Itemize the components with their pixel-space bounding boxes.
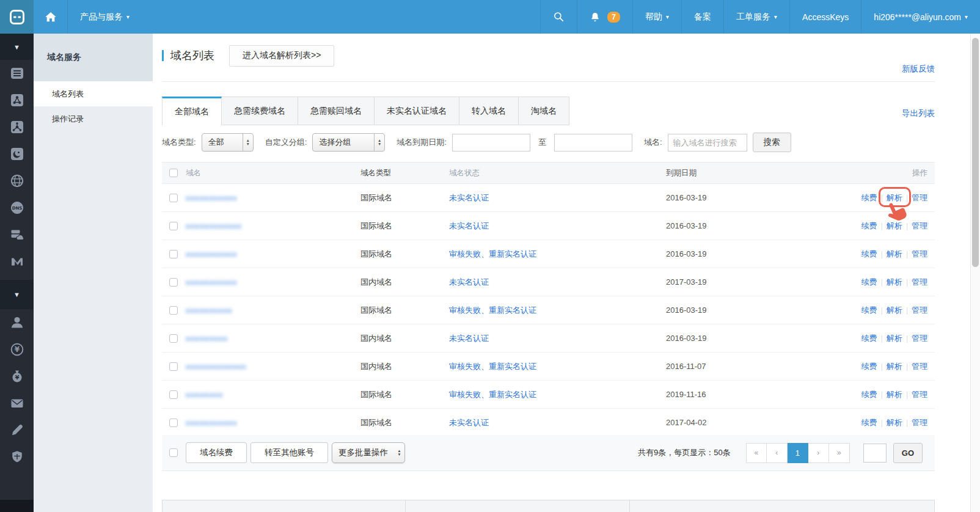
action-renew-link[interactable]: 续费 <box>861 390 877 399</box>
sidebar-item-dns[interactable]: DNS <box>0 194 34 221</box>
status-link[interactable]: 未实名认证 <box>449 221 489 230</box>
scrollbar-thumb[interactable] <box>972 38 979 267</box>
account-menu[interactable]: hi206*****@aliyun.com ▾ <box>861 0 980 34</box>
pagination-page-1[interactable]: 1 <box>788 443 808 463</box>
row-checkbox[interactable] <box>169 250 178 258</box>
sidebar-item-billing[interactable]: ¥ <box>0 336 34 363</box>
action-resolve-link[interactable]: 解析 <box>887 390 902 399</box>
action-renew-link[interactable]: 续费 <box>861 221 877 230</box>
pagination-next[interactable]: › <box>808 443 829 463</box>
aliyun-logo[interactable] <box>0 0 34 34</box>
action-renew-link[interactable]: 续费 <box>861 418 877 427</box>
row-checkbox[interactable] <box>169 278 178 287</box>
sidebar-item-share-nodes[interactable] <box>0 114 34 141</box>
sidebar-item-domain-list[interactable]: 域名列表 <box>34 81 153 106</box>
action-manage-link[interactable]: 管理 <box>912 221 927 230</box>
pagination-prev[interactable]: ‹ <box>767 443 788 463</box>
domain-link-redacted[interactable]: ●●●●●●●●●●● <box>186 251 237 258</box>
tab-renew-urgent[interactable]: 急需续费域名 <box>222 97 298 125</box>
go-button[interactable]: GO <box>893 443 923 463</box>
tab-tao-domains[interactable]: 淘域名 <box>519 97 569 125</box>
action-manage-link[interactable]: 管理 <box>912 193 927 202</box>
action-renew-link[interactable]: 续费 <box>861 334 877 343</box>
action-renew-link[interactable]: 续费 <box>861 193 877 202</box>
status-link[interactable]: 未实名认证 <box>449 334 489 343</box>
action-resolve-link[interactable]: 解析 <box>887 193 902 202</box>
tab-all-domains[interactable]: 全部域名 <box>162 97 222 125</box>
sidebar-group-collapse-toggle[interactable]: ▼ <box>0 34 34 60</box>
row-checkbox[interactable] <box>169 222 178 230</box>
sidebar-item-cdn[interactable] <box>0 167 34 194</box>
help-menu[interactable]: 帮助 ▾ <box>633 0 681 34</box>
row-checkbox[interactable] <box>169 362 178 371</box>
batch-transfer-button[interactable]: 转至其他账号 <box>250 442 328 463</box>
row-checkbox[interactable] <box>169 306 178 315</box>
sidebar-item-disk[interactable] <box>0 141 34 167</box>
domain-link-redacted[interactable]: ●●●●●●●●●●● <box>186 194 237 202</box>
export-list-link[interactable]: 导出列表 <box>902 108 935 119</box>
action-manage-link[interactable]: 管理 <box>912 305 927 315</box>
domain-link-redacted[interactable]: ●●●●●●●●● <box>186 335 228 342</box>
sidebar-item-server[interactable] <box>0 60 34 87</box>
action-resolve-link[interactable]: 解析 <box>887 418 902 427</box>
tab-not-verified[interactable]: 未实名认证域名 <box>375 97 459 125</box>
tab-transfer-in[interactable]: 转入域名 <box>459 97 519 125</box>
notifications-button[interactable]: 7 <box>577 0 632 34</box>
action-resolve-link[interactable]: 解析 <box>887 305 902 315</box>
action-manage-link[interactable]: 管理 <box>912 249 927 258</box>
status-link[interactable]: 审核失败、重新实名认证 <box>449 249 536 258</box>
row-checkbox[interactable] <box>169 334 178 343</box>
status-link[interactable]: 审核失败、重新实名认证 <box>449 305 536 315</box>
action-resolve-link[interactable]: 解析 <box>887 221 902 230</box>
action-manage-link[interactable]: 管理 <box>912 362 927 371</box>
action-resolve-link[interactable]: 解析 <box>887 249 902 258</box>
status-link[interactable]: 未实名认证 <box>449 193 489 202</box>
select-all-checkbox[interactable] <box>169 169 178 177</box>
pagination-first[interactable]: « <box>746 443 767 463</box>
expiry-date-from-input[interactable] <box>452 134 530 152</box>
new-version-feedback-link[interactable]: 新版反馈 <box>902 64 935 75</box>
row-checkbox[interactable] <box>169 390 178 399</box>
sidebar-item-messages[interactable] <box>0 390 34 417</box>
action-manage-link[interactable]: 管理 <box>912 390 927 399</box>
tab-redeem-urgent[interactable]: 急需赎回域名 <box>298 97 375 125</box>
ticket-service-menu[interactable]: 工单服务 ▾ <box>724 0 789 34</box>
sidebar-item-account[interactable] <box>0 309 34 336</box>
domain-link-redacted[interactable]: ●●●●●●●●●●● <box>186 419 237 426</box>
row-checkbox[interactable] <box>169 194 178 202</box>
pagination-last[interactable]: » <box>829 443 850 463</box>
batch-select-checkbox[interactable] <box>169 448 178 457</box>
sidebar-item-storage-cloud[interactable] <box>0 221 34 248</box>
sidebar-item-slb[interactable] <box>0 87 34 114</box>
domain-search-input[interactable] <box>668 134 747 152</box>
custom-group-select[interactable]: 选择分组 ▲▼ <box>312 133 385 152</box>
search-button[interactable]: 搜索 <box>753 133 791 152</box>
action-resolve-link[interactable]: 解析 <box>887 334 902 343</box>
sidebar-item-operation-log[interactable]: 操作记录 <box>34 106 153 131</box>
domain-link-redacted[interactable]: ●●●●●●●● <box>186 391 223 398</box>
expiry-date-to-input[interactable] <box>554 134 632 152</box>
accesskeys-link[interactable]: AccessKeys <box>790 0 861 34</box>
sidebar-item-mqs[interactable] <box>0 248 34 275</box>
domain-type-select[interactable]: 全部 ▲▼ <box>202 133 254 152</box>
sidebar-item-feedback[interactable] <box>0 417 34 444</box>
beian-link[interactable]: 备案 <box>682 0 723 34</box>
action-renew-link[interactable]: 续费 <box>861 305 877 315</box>
domain-link-redacted[interactable]: ●●●●●●●●●●● <box>186 279 237 286</box>
action-manage-link[interactable]: 管理 <box>912 334 927 343</box>
enter-dns-list-button[interactable]: 进入域名解析列表>> <box>229 45 334 67</box>
action-resolve-link[interactable]: 解析 <box>887 277 902 287</box>
action-renew-link[interactable]: 续费 <box>861 277 877 287</box>
action-manage-link[interactable]: 管理 <box>912 418 927 427</box>
products-menu[interactable]: 产品与服务 ▾ <box>68 0 142 34</box>
sidebar-item-security[interactable] <box>0 444 34 470</box>
status-link[interactable]: 未实名认证 <box>449 418 489 427</box>
status-link[interactable]: 未实名认证 <box>449 277 489 287</box>
action-renew-link[interactable]: 续费 <box>861 362 877 371</box>
status-link[interactable]: 审核失败、重新实名认证 <box>449 390 536 399</box>
more-batch-operations-select[interactable]: 更多批量操作 ▲▼ <box>332 442 405 463</box>
home-button[interactable] <box>34 0 67 34</box>
action-resolve-link[interactable]: 解析 <box>887 362 902 371</box>
domain-link-redacted[interactable]: ●●●●●●●●●● <box>186 307 232 314</box>
search-button[interactable] <box>541 0 577 34</box>
